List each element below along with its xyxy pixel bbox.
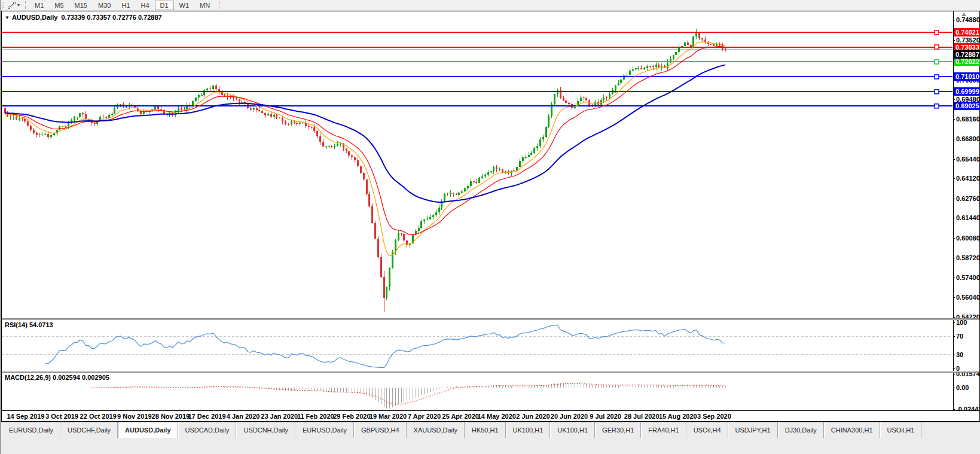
candle-body <box>554 94 555 104</box>
candle-body <box>655 65 657 68</box>
candle-body <box>568 103 570 104</box>
candle-body <box>420 221 422 227</box>
hline-handle-0.69999[interactable] <box>935 90 939 94</box>
toolbar-grip[interactable] <box>2 2 4 9</box>
candle-body <box>282 118 283 121</box>
candle-body <box>464 188 466 191</box>
timeframe-button-h1[interactable]: H1 <box>116 1 135 10</box>
candle-body <box>256 108 258 111</box>
chart-tab-hk50-h1[interactable]: HK50,H1 <box>465 422 506 438</box>
candle-body <box>435 212 437 216</box>
chart-tab-xauusd-daily[interactable]: XAUUSD,Daily <box>407 422 465 438</box>
chart-tab-eurusd-daily[interactable]: EURUSD,Daily <box>2 422 60 438</box>
candle-body <box>39 135 41 135</box>
candle-body <box>484 175 486 177</box>
candle-body <box>267 114 269 115</box>
chart-window: ▼AUDUSD,Daily 0.73339 0.73357 0.72776 0.… <box>1 11 980 422</box>
hline-handle-0.69025[interactable] <box>935 104 939 108</box>
ma-line-mid <box>5 47 725 235</box>
candle-body <box>542 137 544 139</box>
chart-ohlc-values: 0.73339 0.73357 0.72776 0.72887 <box>61 14 161 21</box>
date-label: 29 Feb 2020 <box>333 413 370 420</box>
chart-tab-fra40-h1[interactable]: FRA40,H1 <box>641 422 686 438</box>
line-studies-button[interactable]: ▾ <box>5 1 22 10</box>
candle-body <box>536 146 538 148</box>
candle-body <box>490 171 492 172</box>
chart-tab-china300-h1[interactable]: CHINA300,H1 <box>824 422 880 438</box>
chart-tab-usdcad-daily[interactable]: USDCAD,Daily <box>178 422 237 438</box>
timeframe-button-mn[interactable]: MN <box>194 1 215 10</box>
chart-tab-usoil-h1[interactable]: USOil,H1 <box>880 422 922 438</box>
price-axis-tick: 0.61440 <box>956 214 980 221</box>
hline-handle-0.71010[interactable] <box>935 75 939 79</box>
chart-tab-dj30-daily[interactable]: DJ30,Daily <box>778 422 824 438</box>
candle-body <box>27 121 29 126</box>
pane-splitter-rsi[interactable] <box>2 318 979 320</box>
hline-handle-0.72022[interactable] <box>935 60 939 64</box>
chevron-down-icon[interactable]: ▾ <box>17 3 20 8</box>
hline-handle-0.73033[interactable] <box>935 45 939 49</box>
candle-body <box>357 160 359 166</box>
chart-tab-gbpusd-h4[interactable]: GBPUSD,H4 <box>354 422 407 438</box>
candle-body <box>678 47 680 52</box>
price-badge-0.74021: 0.74021 <box>954 28 980 36</box>
chart-tab-eurusd-daily[interactable]: EURUSD,Daily <box>295 422 354 438</box>
candle-body <box>453 193 454 194</box>
candle-body <box>77 117 78 117</box>
timeframe-button-w1[interactable]: W1 <box>174 1 195 10</box>
candle-body <box>502 169 503 173</box>
candle-body <box>652 66 654 67</box>
candle-body <box>646 66 648 68</box>
timeframe-button-d1[interactable]: D1 <box>155 1 174 10</box>
chart-tab-usdchf-daily[interactable]: USDCHF,Daily <box>60 422 118 438</box>
candle-body <box>438 208 440 212</box>
candle-body <box>331 146 332 147</box>
chart-tab-audusd-daily[interactable]: AUDUSD,Daily <box>118 422 178 438</box>
candle-body <box>692 36 694 47</box>
timeframe-button-h4[interactable]: H4 <box>135 1 154 10</box>
candle-body <box>423 220 425 222</box>
rsi-axis-tick: 30 <box>956 351 963 358</box>
timeframe-button-m30[interactable]: M30 <box>93 1 116 10</box>
date-label: 25 Apr 2020 <box>442 413 479 420</box>
candle-body <box>585 98 587 100</box>
candle-body <box>475 182 477 182</box>
price-axis-tick: 0.62760 <box>956 195 980 202</box>
collapse-triangle-icon[interactable]: ▼ <box>5 15 10 20</box>
candle-body <box>603 97 605 100</box>
date-label: 28 Jul 2020 <box>624 413 660 420</box>
candle-body <box>65 126 66 127</box>
macd-axis-tick: 0.00 <box>956 384 969 391</box>
candle-body <box>62 126 63 127</box>
candle-body <box>368 194 370 206</box>
candle-body <box>346 148 347 151</box>
candle-body <box>4 108 6 112</box>
chart-tab-uk100-h1[interactable]: UK100,H1 <box>506 422 551 438</box>
candle-body <box>478 178 480 183</box>
chart-tab-ger30-h1[interactable]: GER30,H1 <box>595 422 641 438</box>
rsi-axis-tick: 70 <box>956 333 963 340</box>
timeframe-button-m1[interactable]: M1 <box>29 1 49 10</box>
chart-tab-usoil-h4[interactable]: USOil,H4 <box>686 422 728 438</box>
pane-splitter-macd[interactable] <box>2 371 979 373</box>
timeframe-button-m5[interactable]: M5 <box>49 1 69 10</box>
candle-body <box>701 38 703 39</box>
price-axis[interactable]: 0.748800.735200.721600.708000.694800.681… <box>953 11 979 410</box>
chart-tab-usdjpy-h1[interactable]: USDJPY,H1 <box>728 422 778 438</box>
macd-pane[interactable]: MACD(12,26,9) 0.002594 0.002905 <box>2 373 952 410</box>
timeframe-button-m15[interactable]: M15 <box>69 1 93 10</box>
hline-handle-0.74021[interactable] <box>935 31 939 35</box>
date-label: 15 Aug 2020 <box>659 413 697 420</box>
candle-body <box>102 117 104 117</box>
candle-body <box>713 44 715 46</box>
main-chart-pane[interactable]: ▼AUDUSD,Daily 0.73339 0.73357 0.72776 0.… <box>2 11 952 318</box>
rsi-pane[interactable]: RSI(14) 54.0713 <box>2 320 952 371</box>
price-badge-0.71010: 0.71010 <box>954 72 980 81</box>
rsi-line <box>45 325 725 367</box>
candle-body <box>687 42 689 45</box>
chart-tab-usdcnh-daily[interactable]: USDCNH,Daily <box>236 422 295 438</box>
candle-body <box>487 172 489 174</box>
chart-tab-uk100-h1[interactable]: UK100,H1 <box>550 422 595 438</box>
trading-platform-window: ▾ M1M5M15M30H1H4D1W1MN ▼AUDUSD,Daily 0.7… <box>0 0 980 454</box>
date-axis[interactable]: 14 Sep 20193 Oct 201922 Oct 20199 Nov 20… <box>2 410 979 421</box>
